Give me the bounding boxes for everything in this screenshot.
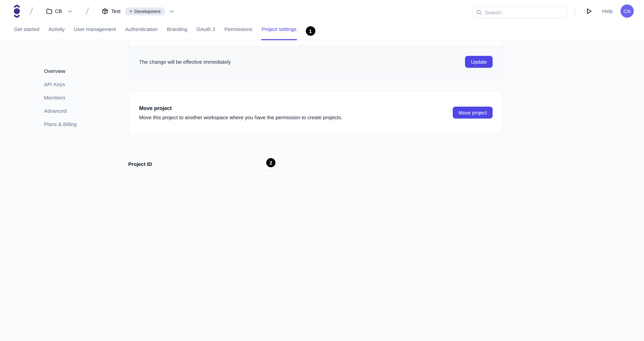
search-input[interactable] [485,9,563,15]
sidebar-item-api-keys[interactable]: API Keys [44,81,77,87]
settings-sidebar: Overview API Keys Members Advanced Plans… [44,68,77,134]
project-chevron-down-icon[interactable] [170,10,174,13]
top-chrome: CB Test Development [0,0,644,40]
update-card-body [128,40,502,46]
move-project-card: Move project Move this project to anothe… [128,91,502,134]
tab-activity[interactable]: Activity [48,19,65,40]
breadcrumb-separator [30,7,33,15]
project-name[interactable]: Test [111,5,120,17]
move-project-text: Move project Move this project to anothe… [139,105,342,120]
tab-branding[interactable]: Branding [166,19,188,40]
help-link[interactable]: Help [602,5,613,17]
tab-permissions[interactable]: Permissions [224,19,252,40]
tab-oauth2[interactable]: OAuth 2 [196,19,216,40]
tab-project-settings[interactable]: Project settings [261,19,297,40]
breadcrumb-separator [86,7,89,15]
update-note: The change will be effective immediately [139,59,231,65]
move-project-button[interactable]: Move project [453,107,493,119]
folder-icon [46,8,52,14]
header-divider [574,8,575,16]
tab-get-started[interactable]: Get started [14,19,40,40]
environment-label: Development [134,9,160,14]
move-project-description: Move this project to another workspace w… [139,114,342,120]
project-id-field: 4b13df9d-3555-4485-a62a-2adc55d7b50c [128,170,502,170]
tab-authentication[interactable]: Authentication [125,19,158,40]
move-project-title: Move project [139,105,342,111]
update-button[interactable]: Update [465,56,493,68]
play-icon[interactable] [587,8,592,14]
tab-user-management[interactable]: User management [74,19,116,40]
sidebar-item-members[interactable]: Members [44,94,77,101]
project-id-label: Project ID [128,161,502,167]
environment-dot-icon [130,10,132,12]
project-package-icon [102,8,108,14]
user-avatar[interactable]: CN [620,4,634,18]
annotation-marker-1: 1 [306,26,315,36]
project-id-section: Project ID 4b13df9d-3555-4485-a62a-2adc5… [128,161,502,170]
search-icon [476,9,482,15]
update-card: The change will be effective immediately… [128,40,502,78]
workspace-name[interactable]: CB [55,5,62,17]
sidebar-item-advanced[interactable]: Advanced [44,108,77,114]
annotation-marker-2: 2 [266,158,276,167]
project-tab-bar: Get started Activity User management Aut… [14,19,315,40]
workspace-chevron-down-icon[interactable] [68,10,72,13]
update-card-footer: The change will be effective immediately… [128,46,502,78]
sidebar-item-plans-billing[interactable]: Plans & Billing [44,121,77,127]
settings-content: The change will be effective immediately… [128,40,502,170]
sidebar-item-overview[interactable]: Overview [44,68,77,74]
ory-console-page: CB Test Development [0,0,644,170]
environment-badge: Development [126,7,164,15]
ory-logo-icon[interactable] [14,5,20,18]
search-box[interactable] [472,6,567,18]
